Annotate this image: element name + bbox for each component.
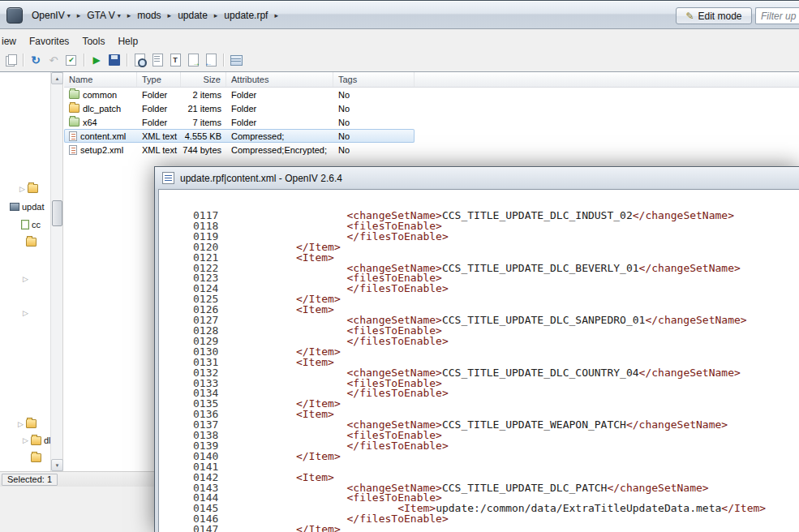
breadcrumb-arrow-icon: ▸ — [127, 11, 131, 19]
tree-expand-icon[interactable]: ▷ — [19, 185, 25, 193]
tree-item-updat[interactable]: updat — [10, 202, 45, 212]
file-name-label: common — [83, 90, 117, 100]
breadcrumb-item-gta-v[interactable]: GTA V▾ — [84, 8, 122, 23]
file-tags-cell: No — [333, 115, 415, 129]
tree-item[interactable] — [26, 238, 37, 247]
edit-mode-label: Edit mode — [698, 11, 742, 22]
folder-icon — [26, 419, 37, 428]
tree-items: ▷updatcc▷▷▷▷dl — [0, 72, 50, 471]
font-doc-icon[interactable]: T — [167, 52, 183, 68]
list-header: NameTypeSizeAttributesTags — [64, 72, 799, 88]
tree-item[interactable]: ▷ — [23, 275, 28, 283]
column-header-type[interactable]: Type — [137, 72, 181, 87]
viewer-window-title: update.rpf|content.xml - OpenIV 2.6.4 — [180, 173, 342, 184]
file-attributes-cell: Compressed; — [226, 129, 333, 143]
xml-editor[interactable]: 0117 <changeSetName>CCS_TITLE_UPDATE_DLC… — [159, 190, 799, 532]
breadcrumb-item-update[interactable]: update — [175, 8, 210, 23]
code-line: 0147 </Item> — [159, 525, 799, 532]
filter-input[interactable]: Filter up — [755, 7, 799, 24]
menu-item-favorites[interactable]: Favorites — [23, 34, 75, 49]
export-doc-icon[interactable]: → — [185, 52, 201, 68]
file-type-cell: Folder — [137, 88, 181, 101]
tree-item[interactable] — [31, 453, 41, 462]
file-name-label: content.xml — [80, 131, 126, 141]
file-tags-cell: No — [333, 143, 415, 157]
file-type-cell: Folder — [137, 115, 181, 129]
viewer-title-bar[interactable]: update.rpf|content.xml - OpenIV 2.6.4 — [155, 167, 799, 189]
tree-expand-icon[interactable]: ▷ — [23, 275, 28, 283]
tree-expand-icon[interactable]: ▷ — [23, 436, 28, 444]
column-header-attributes[interactable]: Attributes — [226, 72, 333, 87]
file-name-cell: x64 — [64, 115, 137, 129]
file-row-dlc-patch[interactable]: dlc_patchFolder21 itemsFolderNo — [64, 101, 415, 115]
text-doc-icon[interactable] — [149, 52, 165, 68]
breadcrumb-arrow-icon: ▸ — [168, 11, 172, 19]
tree-item-label: dl — [44, 435, 50, 445]
viewer-content: 0117 <changeSetName>CCS_TITLE_UPDATE_DLC… — [158, 189, 799, 532]
breadcrumb-item-update-rpf[interactable]: update.rpf — [221, 8, 270, 23]
file-name-label: setup2.xml — [80, 145, 123, 155]
viewer-window: update.rpf|content.xml - OpenIV 2.6.4 01… — [154, 166, 799, 532]
menu-item-tools[interactable]: Tools — [75, 34, 111, 49]
breadcrumb-item-openiv[interactable]: OpenIV▾ — [29, 8, 73, 23]
column-header-name[interactable]: Name — [64, 72, 137, 87]
breadcrumb-item-mods[interactable]: mods — [135, 8, 163, 23]
viewer-window-icon — [162, 172, 174, 184]
toolbar-separator — [84, 54, 84, 66]
folder-icon — [69, 90, 79, 99]
file-row-common[interactable]: commonFolder2 itemsFolderNo — [64, 88, 415, 101]
openiv-logo-icon[interactable] — [6, 7, 23, 24]
checklist-icon[interactable]: ✔ — [63, 52, 79, 68]
file-size-cell: 21 items — [181, 101, 226, 115]
tree-expand-icon[interactable]: ▷ — [18, 420, 24, 428]
tree-scrollbar[interactable]: ▲ ▼ — [50, 72, 62, 471]
tree-expand-icon[interactable]: ▷ — [23, 309, 28, 317]
refresh-icon[interactable]: ↻ — [28, 52, 44, 68]
save-icon[interactable] — [106, 52, 122, 68]
tree-item[interactable]: ▷ — [18, 419, 37, 428]
undo-icon[interactable]: ↶ — [45, 52, 62, 68]
menu-item-help[interactable]: Help — [111, 34, 144, 49]
breadcrumb-label: GTA V — [87, 10, 114, 21]
file-type-cell: XML text — [137, 129, 181, 143]
file-tags-cell: No — [333, 101, 415, 115]
filter-placeholder-text: Filter up — [761, 11, 796, 22]
scroll-up-button[interactable]: ▲ — [51, 72, 63, 84]
file-size-cell: 4.555 KB — [181, 129, 226, 143]
tree-item-label: updat — [22, 202, 45, 212]
tree-item[interactable]: ▷ — [19, 184, 38, 193]
search-doc-icon[interactable] — [131, 52, 148, 68]
breadcrumb-label: update — [178, 10, 208, 21]
openiv-app: OpenIV▾▸GTA V▾▸mods▸update▸update.rpf▸ ✎… — [0, 0, 799, 532]
file-size-cell: 744 bytes — [181, 143, 226, 157]
file-attributes-cell: Compressed;Encrypted; — [226, 143, 333, 157]
menu-item-view[interactable]: iew — [0, 34, 23, 49]
folder-icon — [26, 238, 37, 247]
breadcrumb: OpenIV▾▸GTA V▾▸mods▸update▸update.rpf▸ — [29, 1, 282, 30]
breadcrumb-label: OpenIV — [32, 10, 65, 21]
column-header-size[interactable]: Size — [181, 72, 226, 87]
file-type-cell: XML text — [137, 143, 181, 157]
xml-file-icon — [69, 145, 77, 155]
file-row-content-xml[interactable]: content.xmlXML text4.555 KBCompressed;No — [64, 129, 415, 143]
folder-tree-panel: ▷updatcc▷▷▷▷dl ▲ ▼ — [0, 72, 63, 471]
breadcrumb-label: update.rpf — [224, 10, 268, 21]
scrollbar-thumb[interactable] — [52, 200, 62, 226]
xml-file-icon — [69, 131, 77, 141]
folder-icon — [69, 104, 79, 113]
import-doc-icon[interactable]: ← — [203, 52, 219, 68]
menu-bar: iewFavoritesToolsHelp — [0, 33, 144, 49]
folder-icon — [69, 118, 79, 127]
tree-item-dl[interactable]: ▷dl — [23, 435, 50, 445]
chevron-down-icon: ▾ — [67, 12, 71, 19]
grid-icon[interactable] — [228, 52, 244, 68]
tree-item-cc[interactable]: cc — [21, 220, 41, 230]
edit-mode-button[interactable]: ✎ Edit mode — [676, 7, 752, 24]
scroll-down-button[interactable]: ▼ — [51, 459, 63, 471]
run-icon[interactable]: ▶ — [88, 52, 105, 68]
file-row-setup2-xml[interactable]: setup2.xmlXML text744 bytesCompressed;En… — [64, 143, 415, 157]
column-header-tags[interactable]: Tags — [333, 72, 415, 87]
file-row-x64[interactable]: x64Folder7 itemsFolderNo — [64, 115, 415, 129]
tree-item[interactable]: ▷ — [23, 309, 28, 317]
pages-icon[interactable] — [2, 52, 19, 68]
